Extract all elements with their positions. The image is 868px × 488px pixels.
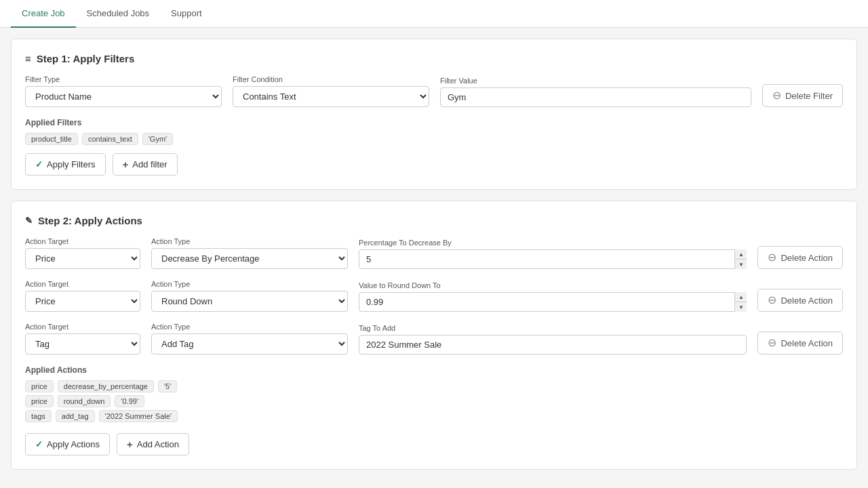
delete-action-button-0[interactable]: ⊖ Delete Action: [757, 246, 843, 269]
pencil-icon: ✎: [25, 216, 33, 226]
action-value-label-1: Value to Round Down To: [359, 281, 747, 289]
add-filter-plus-icon: [123, 159, 129, 170]
applied-action-tag-1-1: round_down: [58, 395, 111, 407]
action-value-input-2[interactable]: [359, 335, 747, 354]
filter-tag-1: contains_text: [82, 133, 138, 145]
applied-actions-grid: price decrease_by_percentage '5' price r…: [25, 380, 843, 422]
main-content: ≡ Step 1: Apply Filters Filter Type Prod…: [0, 28, 868, 481]
action-value-group-1: Value to Round Down To ▲ ▼: [359, 281, 747, 312]
delete-action-icon-1: ⊖: [768, 295, 776, 306]
action-type-label-2: Action Type: [151, 323, 348, 331]
apply-actions-check-icon: [35, 439, 43, 449]
applied-action-tag-2-0: tags: [25, 410, 52, 422]
delete-action-icon-2: ⊖: [768, 338, 776, 348]
action-type-select-0[interactable]: Decrease By Percentage: [151, 248, 348, 269]
applied-action-tag-1-0: price: [25, 395, 54, 407]
applied-action-tag-0-2: '5': [158, 380, 177, 392]
action-type-label-1: Action Type: [151, 280, 348, 288]
filter-value-label: Filter Value: [440, 77, 751, 85]
applied-action-row-2: tags add_tag '2022 Summer Sale': [25, 410, 843, 422]
tab-scheduled-jobs[interactable]: Scheduled Jobs: [76, 0, 161, 28]
filter-type-label: Filter Type: [25, 75, 222, 83]
action-type-select-1[interactable]: Round Down: [151, 291, 348, 312]
spinner-up-1[interactable]: ▲: [734, 292, 747, 302]
tab-support[interactable]: Support: [160, 0, 213, 28]
action-row-1: Action Target Price Action Type Round Do…: [25, 280, 843, 312]
spinner-down-0[interactable]: ▼: [734, 260, 747, 269]
applied-action-tag-0-0: price: [25, 380, 54, 392]
step1-title: ≡ Step 1: Apply Filters: [25, 53, 843, 64]
applied-action-tag-2-2: '2022 Summer Sale': [99, 410, 178, 422]
action-target-select-1[interactable]: Price: [25, 291, 140, 312]
action-target-group-0: Action Target Price: [25, 237, 140, 269]
action-target-select-0[interactable]: Price: [25, 248, 140, 269]
applied-filters-label: Applied Filters: [25, 118, 843, 127]
applied-actions-section: Applied Actions price decrease_by_percen…: [25, 365, 843, 422]
spinner-down-1[interactable]: ▼: [734, 302, 747, 312]
apply-filters-button[interactable]: Apply Filters: [25, 153, 106, 176]
action-value-spinner-0: ▲ ▼: [359, 249, 747, 269]
applied-action-row-0: price decrease_by_percentage '5': [25, 380, 843, 392]
tab-bar: Create Job Scheduled Jobs Support: [0, 0, 868, 28]
filter-condition-label: Filter Condition: [233, 75, 429, 83]
filter-icon: ≡: [25, 53, 31, 64]
action-value-group-2: Tag To Add: [359, 324, 747, 354]
action-type-select-2[interactable]: Add Tag: [151, 333, 348, 354]
delete-action-icon-0: ⊖: [768, 252, 776, 263]
apply-filters-check-icon: [35, 159, 43, 169]
add-action-plus-icon: [127, 439, 133, 450]
delete-filter-button[interactable]: ⊖ Delete Filter: [762, 84, 843, 107]
action-target-label-1: Action Target: [25, 280, 140, 288]
action-value-input-1[interactable]: [359, 292, 747, 312]
add-filter-button[interactable]: Add filter: [113, 153, 178, 176]
step1-section: ≡ Step 1: Apply Filters Filter Type Prod…: [11, 39, 857, 190]
action-value-label-2: Tag To Add: [359, 324, 747, 332]
action-value-label-0: Percentage To Decrease By: [359, 239, 747, 247]
spinner-buttons-1: ▲ ▼: [734, 292, 747, 312]
filter-type-group: Filter Type Product Name: [25, 75, 222, 107]
delete-filter-icon: ⊖: [772, 90, 781, 101]
filter-condition-group: Filter Condition Contains Text: [233, 75, 429, 107]
step2-title: ✎ Step 2: Apply Actions: [25, 215, 843, 226]
action-value-input-0[interactable]: [359, 249, 747, 269]
action-row-2: Action Target Tag Action Type Add Tag Ta…: [25, 323, 843, 354]
step1-footer-buttons: Apply Filters Add filter: [25, 153, 843, 176]
filter-tag-0: product_title: [25, 133, 78, 145]
filter-condition-select[interactable]: Contains Text: [233, 86, 429, 107]
apply-actions-button[interactable]: Apply Actions: [25, 433, 110, 455]
step2-section: ✎ Step 2: Apply Actions Action Target Pr…: [11, 201, 857, 470]
action-target-label-2: Action Target: [25, 323, 140, 331]
applied-actions-label: Applied Actions: [25, 365, 843, 375]
filter-value-input[interactable]: [440, 87, 751, 107]
applied-action-row-1: price round_down '0.99': [25, 395, 843, 407]
action-type-label-0: Action Type: [151, 237, 348, 245]
applied-filters-section: Applied Filters product_title contains_t…: [25, 118, 843, 145]
tab-create-job[interactable]: Create Job: [11, 0, 76, 28]
action-type-group-1: Action Type Round Down: [151, 280, 348, 312]
action-row-0: Action Target Price Action Type Decrease…: [25, 237, 843, 269]
applied-action-tag-1-2: '0.99': [115, 395, 144, 407]
applied-action-tag-0-1: decrease_by_percentage: [58, 380, 154, 392]
filter-form-row: Filter Type Product Name Filter Conditio…: [25, 75, 843, 107]
action-value-group-0: Percentage To Decrease By ▲ ▼: [359, 239, 747, 269]
action-target-group-1: Action Target Price: [25, 280, 140, 312]
delete-action-button-1[interactable]: ⊖ Delete Action: [757, 289, 843, 312]
add-action-button[interactable]: Add Action: [117, 433, 189, 455]
step2-footer-buttons: Apply Actions Add Action: [25, 433, 843, 455]
action-type-group-0: Action Type Decrease By Percentage: [151, 237, 348, 269]
spinner-up-0[interactable]: ▲: [734, 249, 747, 260]
filter-tag-2: 'Gym': [142, 133, 173, 145]
filter-type-select[interactable]: Product Name: [25, 86, 222, 107]
action-value-spinner-1: ▲ ▼: [359, 292, 747, 312]
action-target-select-2[interactable]: Tag: [25, 333, 140, 354]
applied-filter-tags: product_title contains_text 'Gym': [25, 133, 843, 145]
applied-action-tag-2-1: add_tag: [56, 410, 95, 422]
action-target-group-2: Action Target Tag: [25, 323, 140, 354]
action-target-label-0: Action Target: [25, 237, 140, 245]
spinner-buttons-0: ▲ ▼: [734, 249, 747, 269]
delete-action-button-2[interactable]: ⊖ Delete Action: [757, 331, 843, 354]
action-type-group-2: Action Type Add Tag: [151, 323, 348, 354]
filter-value-group: Filter Value: [440, 77, 751, 107]
